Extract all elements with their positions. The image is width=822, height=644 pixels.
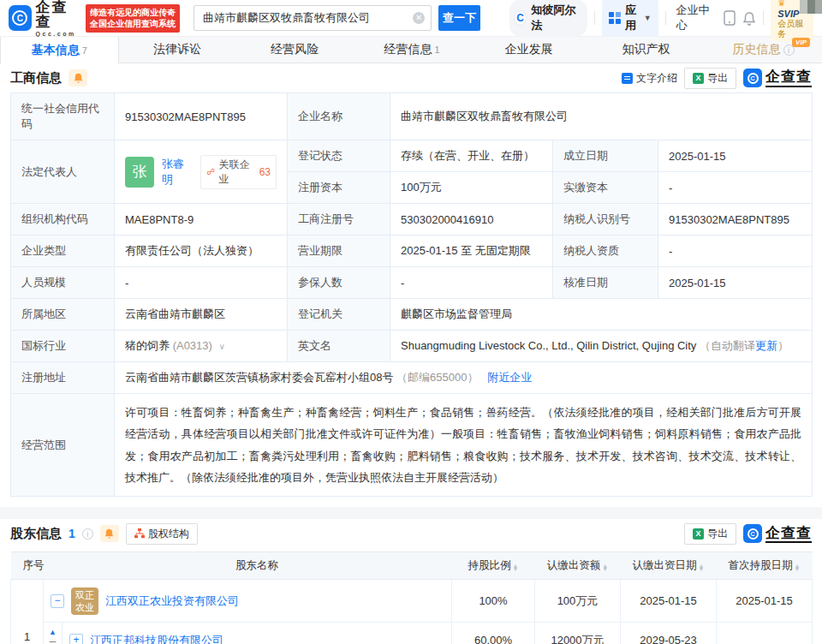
region-value: 云南省曲靖市麒麟区 [115,299,288,331]
enterprise-center-link[interactable]: 企业中心 [676,3,714,33]
table-row: 企业类型 有限责任公司（法人独资） 营业期限 2025-01-15 至 无固定期… [11,236,813,267]
table-row: 所属地区 云南省曲靖市麒麟区 登记机关 麒麟区市场监督管理局 [11,299,813,331]
industry-value: 猪的饲养 (A0313) ∨ [115,331,288,362]
field-label: 纳税人识别号 [553,204,658,236]
mobile-icon[interactable] [724,10,736,26]
shareholder-cell: + 江西正邦科技股份有限公司 [63,623,452,644]
export-button[interactable]: X 导出 [684,523,736,545]
qcc-logo-icon: C [9,5,32,31]
col-header-amount[interactable]: 认缴出资额▲▼ [535,552,621,580]
zhibi-alpha-button[interactable]: C 知彼阿尔法 [509,0,587,37]
section-title: 工商信息 [10,70,62,86]
text-intro-button[interactable]: 文字介绍 [622,71,677,86]
network-icon: ☍ [206,168,215,176]
sort-icon: ▲▼ [795,564,801,570]
col-header-ratio[interactable]: 持股比例▲▼ [452,552,535,580]
date-value: 2025-01-15 [621,580,717,623]
bell-icon[interactable] [742,11,756,26]
search-button[interactable]: 查一下 [438,5,480,31]
tab-intellectual-property[interactable]: 知识产权 [587,37,705,63]
table-row: 统一社会信用代码 91530302MAE8PNT895 企业名称 曲靖市麒麟区双… [11,93,813,140]
monitor-bell-icon[interactable] [100,525,119,542]
business-term-value: 2025-01-15 至 无固定期限 [390,236,553,267]
business-scope-value: 许可项目：牲畜饲养；种畜禽生产；种畜禽经营；饲料生产；食品销售；兽药经营。（依法… [115,394,813,497]
business-info-table: 统一社会信用代码 91530302MAE8PNT895 企业名称 曲靖市麒麟区双… [10,92,813,497]
translate-update-link[interactable]: 更新 [755,339,777,352]
field-label: 工商注册号 [288,204,390,236]
table-row: 法定代表人 张 张睿明 ☍ 关联企业 63 登记状态 存续（在营、开业、在册） … [11,140,813,172]
seq-value: 1 [11,580,44,644]
col-header-name: 股东名称 [63,552,452,580]
field-label: 企业类型 [11,236,115,267]
company-type-value: 有限责任公司（法人独资） [115,236,288,267]
english-name-value: Shuangmuding Livestock Co., Ltd., Qilin … [390,331,813,362]
status-value: 存续（在营、开业、在册） [390,140,553,172]
col-header-first-date[interactable]: 首次持股日期▲▼ [717,552,813,580]
table-row: 人员规模 - 参保人数 - 核准日期 2025-01-15 [11,267,813,299]
tab-basic-info[interactable]: 基本信息 7 [0,37,119,63]
approval-date-value: 2025-01-15 [658,267,813,299]
collapse-triangle-icon[interactable]: ▲ [49,629,57,636]
ratio-value: 60.00% [452,623,535,644]
org-chart-icon [134,528,145,539]
export-button[interactable]: X 导出 [684,68,736,89]
field-label: 统一社会信用代码 [11,93,115,140]
field-label: 登记机关 [288,299,390,331]
avatar: 双正 农业 [71,587,98,615]
field-label: 法定代表人 [11,140,115,204]
apps-dropdown[interactable]: 应用 ▼ [602,0,658,37]
first-date-value: 2025-01-15 [717,580,813,623]
credit-code-value: 91530302MAE8PNT895 [115,93,288,140]
tab-operation-info[interactable]: 经营信息 1 [354,37,471,63]
legal-rep-link[interactable]: 张睿明 [162,157,194,188]
qcc-logo[interactable]: C 企查查 Qcc.com [9,0,79,37]
shareholder-link[interactable]: 江西双正农业投资有限公司 [105,593,239,609]
equity-structure-button[interactable]: 股权结构 [126,523,198,545]
chevron-down-icon[interactable]: ∨ [219,342,225,351]
level-indicator: ▲ 二级股东 [44,623,63,644]
collapse-button[interactable]: − [51,594,64,608]
field-label: 经营范围 [11,394,115,497]
tab-history-info[interactable]: VIP 历史信息 i [705,37,822,63]
section-title: 股东信息 [10,526,62,542]
field-label: 实缴资本 [553,172,658,204]
table-row: 国标行业 猪的饲养 (A0313) ∨ 英文名 Shuangmuding Liv… [11,331,813,362]
sort-icon: ▲▼ [513,564,519,570]
info-icon: i [82,528,93,540]
field-label: 组织机构代码 [11,204,115,236]
tab-company-development[interactable]: 企业发展 [470,37,587,63]
alpha-icon: C [514,10,527,26]
qcc-watermark: C 企查查 [743,524,812,543]
field-label: 企业名称 [288,93,390,140]
reg-no-value: 530302000416910 [390,204,553,236]
divider [594,11,595,25]
table-row: ▲ 二级股东 + 江西正邦科技股份有限公司 60.00% 12000万元 202… [11,623,813,644]
col-header-date[interactable]: 认缴出资日期▲▼ [621,552,717,580]
search-input[interactable] [194,5,432,31]
tab-operation-risk[interactable]: 经营风险 [236,37,354,63]
nearby-companies-link[interactable]: 附近企业 [487,371,532,384]
search-box: ✕ [194,5,432,31]
registry-value: 麒麟区市场监督管理局 [390,299,813,331]
qcc-watermark-icon: C [743,524,762,543]
first-date-value [717,623,813,644]
established-value: 2025-01-15 [658,140,813,172]
tab-legal-proceedings[interactable]: 法律诉讼 [119,37,236,63]
monitor-bell-icon[interactable] [68,69,87,86]
vip-badge: VIP [792,38,810,47]
apps-grid-icon [609,12,621,24]
related-companies-badge[interactable]: ☍ 关联企业 63 [200,155,277,189]
col-header-seq: 序号 [11,552,63,580]
qcc-watermark-icon: C [743,69,762,87]
field-label: 人员规模 [11,267,115,299]
company-tabs: 基本信息 7 法律诉讼 经营风险 经营信息 1 企业发展 知识产权 VIP 历史… [0,36,822,63]
divider [763,11,764,25]
clear-search-icon[interactable]: ✕ [413,12,425,24]
business-info-header: 工商信息 文字介绍 X 导出 C 企查查 [0,63,822,92]
field-label: 营业期限 [288,236,390,267]
field-label: 注册地址 [11,362,115,394]
amount-value: 12000万元 [535,623,621,644]
expand-button[interactable]: + [69,634,83,644]
shareholder-link[interactable]: 江西正邦科技股份有限公司 [90,633,223,644]
qcc-watermark: C 企查查 [743,69,812,87]
